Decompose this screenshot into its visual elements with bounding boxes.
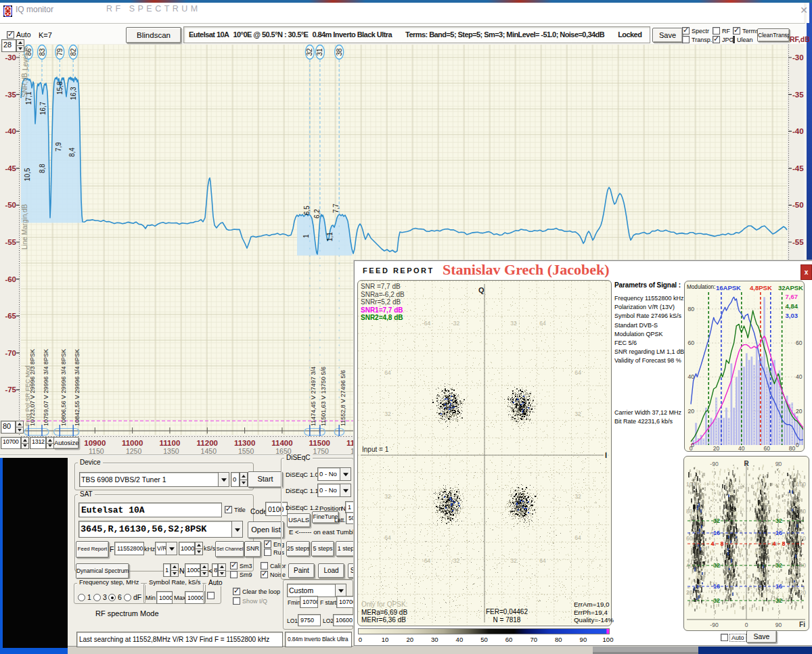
spin-up-icon[interactable] [200,563,208,570]
step6-radio[interactable]: 6 [108,593,122,601]
show-iq-checkbox[interactable]: Show I/Q [233,597,267,605]
sm9-checkbox-box[interactable] [230,571,238,578]
band-select[interactable]: Custom [287,584,346,597]
avg-spinner-value[interactable]: 1 [163,563,171,577]
spin-up-icon[interactable] [16,421,24,427]
clear-loop-checkbox-box[interactable] [233,588,240,595]
grid-value-label: 64 [384,534,391,541]
spin-up-icon[interactable] [218,563,226,570]
spin-down-icon[interactable] [21,443,29,450]
eng-checkbox-box[interactable] [264,540,271,548]
feed-auto-checkbox[interactable]: Auto [721,634,746,641]
points-spinner-arrows[interactable] [200,563,208,577]
steps5-button[interactable]: 5 steps [311,541,334,557]
step6-radio-circle[interactable] [108,594,116,601]
level-top-arrows[interactable] [16,39,24,52]
sm9-checkbox[interactable]: Sm9 [230,571,252,578]
spin-down-icon[interactable] [16,427,24,434]
transponder-select[interactable]: 3645,R,16130,56,S2;8PSK [78,521,243,538]
polarization-select-arrow-icon[interactable] [166,542,177,555]
steps25-button[interactable]: 25 steps [286,541,310,557]
avg-spinner-arrows[interactable] [171,563,179,577]
spin-down-icon[interactable] [16,45,24,52]
spin-down-icon[interactable] [240,480,248,488]
spin-up-icon[interactable] [21,437,29,443]
show-iq-checkbox-box[interactable] [233,597,240,605]
tuner-select-arrow-icon[interactable] [219,472,229,487]
tuner-index-spinner-arrows[interactable] [240,472,248,487]
spin-up-icon[interactable] [195,542,203,548]
level-bottom-spinner[interactable]: 80 [1,421,24,434]
start-button[interactable]: Start [248,471,283,488]
stepdf-radio-circle[interactable] [124,594,131,601]
depth-spinner-value[interactable]: 8 [212,563,218,577]
clear-loop-checkbox[interactable]: Clear the loop [233,588,280,595]
tuner-index-spinner[interactable]: 0 [231,472,248,487]
diseqc12-label: DiSEqC 1.2 [286,505,319,511]
symbolrate-spinner-arrows[interactable] [195,542,203,555]
level-top-spinner[interactable]: 28 [1,39,24,52]
symbolrate-spinner[interactable]: 1000 [179,542,203,555]
y-axis-label: -60 [5,275,16,283]
calibr-checkbox-box[interactable] [261,562,268,569]
spin-down-icon[interactable] [218,570,226,578]
sm3-checkbox[interactable]: Sm3 [230,562,252,569]
step3-radio[interactable]: 3 [93,593,107,601]
depth-spinner-arrows[interactable] [218,563,226,577]
snr-button[interactable]: SNR [244,541,261,557]
points-spinner[interactable]: 1000 [185,563,208,577]
diseqc11-select-arrow-icon[interactable] [340,484,351,497]
avg-spinner[interactable]: 1 [163,563,179,577]
feed-save-button[interactable]: Save [746,630,777,643]
hist-x-label: 80 [789,445,796,450]
spin-down-icon[interactable] [195,548,203,556]
freq-span-value[interactable]: 1312 [30,437,46,449]
diseqc10-select[interactable]: 0 - No [317,467,351,481]
step1-radio-circle[interactable] [78,594,85,601]
feed-auto-checkbox-box[interactable] [721,634,728,641]
title-checkbox-box[interactable] [225,506,232,513]
noise-checkbox-box[interactable] [261,571,268,578]
polarization-select[interactable]: V/R [155,542,177,555]
diseqc11-select[interactable]: 0 - No [317,484,351,497]
tuner-select[interactable]: TBS 6908 DVBS/2 Tuner 1 [79,472,229,487]
freq-start-spinner[interactable]: 10700 [1,437,29,449]
level-top-value[interactable]: 28 [1,39,16,52]
sm3-checkbox-box[interactable] [230,562,238,569]
rus-checkbox-box[interactable] [264,548,271,556]
auto-sr-checkbox[interactable] [207,592,217,599]
usals-button[interactable]: USALS [287,513,311,528]
freq-start-value[interactable]: 10700 [1,437,21,449]
diseqc10-select-arrow-icon[interactable] [340,467,351,481]
spin-up-icon[interactable] [16,39,24,45]
step1-radio[interactable]: 1 [78,593,91,601]
step3-radio-circle[interactable] [93,594,101,601]
feed-report-button[interactable]: Feed Report [76,541,109,558]
spin-down-icon[interactable] [200,570,208,578]
points-spinner-value[interactable]: 1000 [185,563,200,577]
feed-close-button[interactable]: x [800,264,812,280]
step1-button[interactable]: 1 step [336,541,356,557]
spin-up-icon[interactable] [171,563,179,570]
depth-spinner[interactable]: 8 [212,563,226,577]
transponder-select-arrow-icon[interactable] [232,521,243,538]
autosize-button[interactable]: Autosize [53,437,79,449]
freq-span-spinner[interactable]: 1312 [30,437,54,449]
level-bottom-arrows[interactable] [16,421,24,434]
symbolrate-spinner-value[interactable]: 1000 [179,542,195,555]
band-select-arrow-icon[interactable] [336,584,346,597]
open-list-button[interactable]: Open list [248,521,284,538]
freq-start-arrows[interactable] [21,437,29,449]
feed-auto-label: Auto [730,634,746,641]
set-channel-button[interactable]: Set Channel [215,541,244,557]
level-bottom-value[interactable]: 80 [1,421,16,434]
stepdf-radio[interactable]: dF [124,593,141,601]
spin-down-icon[interactable] [171,570,179,578]
diseqc11-select-value: 0 - No [317,484,340,497]
auto-sr-checkbox-box[interactable] [207,592,215,599]
title-checkbox[interactable]: Title [225,506,246,513]
rfi-y-label: 80 [800,508,807,515]
tuner-index-spinner-value[interactable]: 0 [231,472,240,487]
dynamical-spectrum-button[interactable]: Dynamical Spectrum [76,563,129,579]
spin-up-icon[interactable] [240,472,248,480]
